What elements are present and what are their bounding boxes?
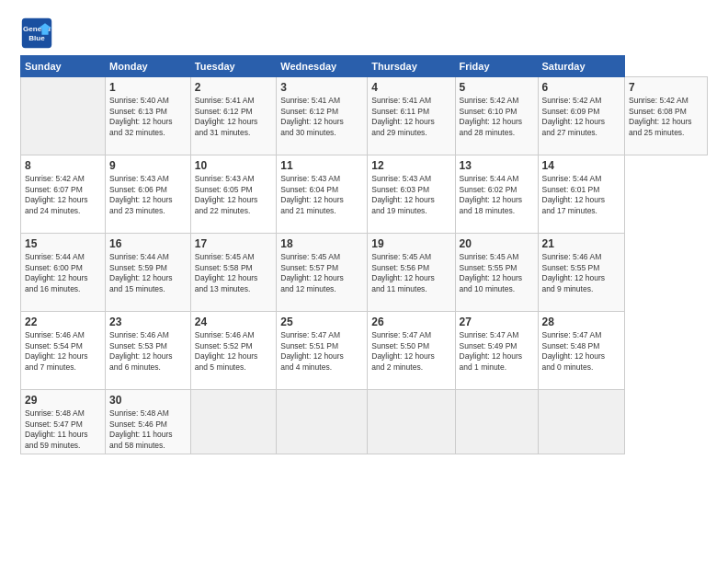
day-info: Sunset: 6:12 PM (280, 107, 363, 117)
table-row: 13Sunrise: 5:44 AMSunset: 6:02 PMDayligh… (455, 155, 538, 234)
day-info: Sunrise: 5:46 AM (542, 252, 621, 262)
table-row: 20Sunrise: 5:45 AMSunset: 5:55 PMDayligh… (455, 234, 538, 312)
table-row (455, 390, 538, 454)
day-info: Sunset: 6:03 PM (371, 185, 450, 195)
day-number: 28 (542, 315, 621, 329)
day-number: 5 (460, 80, 534, 95)
day-info: Sunrise: 5:42 AM (460, 96, 534, 106)
table-row (21, 77, 106, 155)
day-info: Sunrise: 5:43 AM (195, 174, 272, 184)
day-info: Daylight: 12 hours (460, 273, 534, 283)
day-info: Sunrise: 5:48 AM (109, 408, 187, 419)
day-info: Sunset: 6:09 PM (542, 107, 621, 117)
day-info: and 27 minutes. (542, 128, 621, 138)
day-info: Daylight: 12 hours (371, 195, 450, 205)
table-row: 21Sunrise: 5:46 AMSunset: 5:55 PMDayligh… (538, 234, 625, 312)
day-info: Sunset: 6:13 PM (109, 107, 187, 117)
day-info: Sunset: 6:05 PM (195, 185, 272, 195)
col-header-thursday: Thursday (368, 56, 455, 77)
day-info: Sunset: 5:52 PM (195, 341, 272, 351)
day-info: Sunset: 6:10 PM (460, 107, 534, 117)
logo: General Blue (20, 17, 57, 50)
day-info: and 1 minute. (460, 362, 534, 373)
day-number: 2 (195, 80, 272, 95)
table-row: 30Sunrise: 5:48 AMSunset: 5:46 PMDayligh… (106, 390, 191, 454)
day-number: 29 (25, 393, 101, 408)
day-info: Sunrise: 5:47 AM (542, 330, 621, 340)
day-info: and 17 minutes. (542, 206, 621, 216)
day-info: Sunrise: 5:44 AM (109, 252, 187, 262)
table-row: 18Sunrise: 5:45 AMSunset: 5:57 PMDayligh… (277, 234, 368, 312)
day-info: Sunrise: 5:41 AM (195, 96, 272, 106)
day-info: and 0 minutes. (542, 362, 621, 373)
day-info: Sunset: 6:06 PM (109, 185, 187, 195)
day-info: Daylight: 12 hours (460, 351, 534, 362)
day-info: Sunset: 5:58 PM (195, 263, 272, 273)
day-info: Daylight: 12 hours (280, 195, 363, 205)
day-info: Sunset: 6:01 PM (542, 185, 621, 195)
day-number: 27 (460, 315, 534, 329)
day-info: Sunset: 5:48 PM (542, 341, 621, 351)
table-row: 17Sunrise: 5:45 AMSunset: 5:58 PMDayligh… (190, 234, 276, 312)
day-number: 18 (280, 236, 363, 251)
day-info: Sunset: 5:59 PM (109, 263, 187, 273)
day-info: and 2 minutes. (371, 362, 450, 373)
day-number: 1 (109, 80, 187, 95)
day-number: 8 (25, 158, 101, 173)
day-info: Daylight: 12 hours (629, 117, 703, 127)
day-info: Sunrise: 5:42 AM (25, 174, 101, 184)
table-row: 25Sunrise: 5:47 AMSunset: 5:51 PMDayligh… (277, 312, 368, 390)
day-info: and 16 minutes. (25, 284, 101, 294)
day-info: Daylight: 12 hours (542, 195, 621, 205)
day-info: Daylight: 12 hours (195, 273, 272, 283)
table-row: 3Sunrise: 5:41 AMSunset: 6:12 PMDaylight… (277, 77, 368, 155)
table-row: 26Sunrise: 5:47 AMSunset: 5:50 PMDayligh… (368, 312, 455, 390)
day-info: Daylight: 12 hours (280, 351, 363, 362)
day-info: Daylight: 11 hours (25, 430, 101, 440)
day-info: Sunset: 6:02 PM (460, 185, 534, 195)
day-number: 14 (542, 158, 621, 173)
day-info: Sunrise: 5:45 AM (371, 252, 450, 262)
day-info: and 9 minutes. (542, 284, 621, 294)
day-info: and 7 minutes. (25, 362, 101, 373)
table-row: 2Sunrise: 5:41 AMSunset: 6:12 PMDaylight… (190, 77, 276, 155)
day-info: and 13 minutes. (195, 284, 272, 294)
day-info: Sunrise: 5:47 AM (280, 330, 363, 340)
day-info: Daylight: 12 hours (25, 195, 101, 205)
day-info: Daylight: 12 hours (109, 273, 187, 283)
day-info: Sunset: 5:47 PM (25, 419, 101, 430)
day-info: Daylight: 12 hours (195, 117, 272, 127)
day-info: Daylight: 12 hours (542, 351, 621, 362)
day-info: Sunrise: 5:46 AM (195, 330, 272, 340)
table-row: 27Sunrise: 5:47 AMSunset: 5:49 PMDayligh… (455, 312, 538, 390)
day-info: and 18 minutes. (460, 206, 534, 216)
header: General Blue (20, 17, 708, 50)
day-number: 10 (195, 158, 272, 173)
day-info: Sunset: 5:53 PM (109, 341, 187, 351)
day-info: Daylight: 12 hours (460, 117, 534, 127)
table-row (190, 390, 276, 454)
day-info: Sunset: 5:57 PM (280, 263, 363, 273)
day-info: Sunset: 5:49 PM (460, 341, 534, 351)
page: General Blue SundayMondayTuesdayWednesda… (0, 0, 728, 464)
day-number: 30 (109, 393, 187, 408)
day-number: 21 (542, 236, 621, 251)
day-info: Daylight: 12 hours (195, 351, 272, 362)
table-row: 14Sunrise: 5:44 AMSunset: 6:01 PMDayligh… (538, 155, 625, 234)
day-info: and 6 minutes. (109, 362, 187, 373)
svg-text:Blue: Blue (28, 34, 45, 42)
day-info: and 28 minutes. (460, 128, 534, 138)
table-row: 7Sunrise: 5:42 AMSunset: 6:08 PMDaylight… (625, 77, 708, 155)
day-number: 25 (280, 315, 363, 329)
day-number: 13 (460, 158, 534, 173)
day-info: Daylight: 12 hours (371, 351, 450, 362)
day-info: Sunrise: 5:41 AM (371, 96, 450, 106)
day-info: Daylight: 12 hours (280, 273, 363, 283)
day-info: Sunrise: 5:44 AM (460, 174, 534, 184)
table-row: 10Sunrise: 5:43 AMSunset: 6:05 PMDayligh… (190, 155, 276, 234)
day-info: and 11 minutes. (371, 284, 450, 294)
day-info: Sunrise: 5:45 AM (280, 252, 363, 262)
day-info: Daylight: 12 hours (195, 195, 272, 205)
col-header-saturday: Saturday (538, 56, 625, 77)
day-info: Sunrise: 5:43 AM (371, 174, 450, 184)
